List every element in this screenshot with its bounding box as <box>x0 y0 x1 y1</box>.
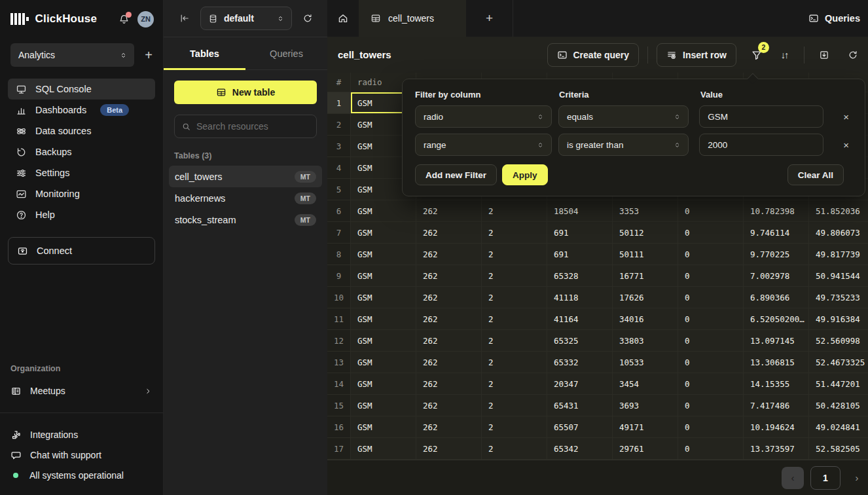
table-cell[interactable]: GSM <box>351 330 416 352</box>
table-cell[interactable]: 2 <box>482 287 547 308</box>
table-cell[interactable]: GSM <box>351 395 416 416</box>
table-cell[interactable]: 9.770225 <box>744 244 809 265</box>
filter-column-select[interactable]: range <box>415 134 552 156</box>
refresh-button[interactable] <box>842 44 864 66</box>
table-item-cell_towers[interactable]: cell_towersMT <box>169 166 322 187</box>
table-cell[interactable]: 65332 <box>547 352 613 373</box>
table-cell[interactable]: 13.097145 <box>744 330 809 352</box>
table-cell[interactable]: 2 <box>482 330 547 352</box>
table-cell[interactable]: 52.560998 <box>809 330 868 352</box>
filter-column-select[interactable]: radio <box>415 105 552 128</box>
table-cell[interactable]: 52.4673325 <box>809 352 868 373</box>
table-cell[interactable]: 50112 <box>613 222 678 244</box>
explorer-tab-tables[interactable]: Tables <box>164 37 245 69</box>
table-cell[interactable]: 49171 <box>613 416 678 438</box>
table-cell[interactable]: 0 <box>678 308 744 330</box>
sidebar-item-integrations[interactable]: Integrations <box>0 425 163 445</box>
table-cell[interactable]: 14.15355 <box>744 373 809 395</box>
table-cell[interactable]: 29761 <box>613 438 678 460</box>
table-cell[interactable]: 50.941544 <box>809 265 868 287</box>
sidebar-item-data-sources[interactable]: Data sources <box>8 120 155 141</box>
table-cell[interactable]: 50111 <box>613 244 678 265</box>
table-cell[interactable]: GSM <box>351 200 416 222</box>
table-cell[interactable]: 262 <box>416 438 482 460</box>
table-cell[interactable]: 0 <box>678 200 744 222</box>
table-cell[interactable]: 65342 <box>547 438 613 460</box>
column-header[interactable]: # <box>327 73 351 92</box>
table-cell[interactable]: 262 <box>416 200 482 222</box>
sidebar-item-monitoring[interactable]: Monitoring <box>8 183 155 204</box>
table-cell[interactable]: 262 <box>416 416 482 438</box>
apply-filter-button[interactable]: Apply <box>502 164 548 185</box>
clear-all-filters-button[interactable]: Clear All <box>787 164 844 185</box>
table-cell[interactable]: 6.890366 <box>744 287 809 308</box>
table-cell[interactable]: 2 <box>482 438 547 460</box>
remove-filter-button[interactable]: × <box>841 109 852 124</box>
table-cell[interactable]: 7.417486 <box>744 395 809 416</box>
sidebar-item-meetups[interactable]: Meetups <box>0 380 163 402</box>
collapse-panel-icon[interactable] <box>179 13 190 24</box>
table-cell[interactable]: 41118 <box>547 287 613 308</box>
table-cell[interactable]: 0 <box>678 222 744 244</box>
table-cell[interactable]: 65328 <box>547 265 613 287</box>
table-cell[interactable]: 6.52050200… <box>744 308 809 330</box>
table-cell[interactable]: 0 <box>678 265 744 287</box>
table-item-hackernews[interactable]: hackernewsMT <box>169 187 322 209</box>
tab-cell-towers[interactable]: cell_towers <box>359 0 466 37</box>
export-button[interactable] <box>813 44 835 66</box>
table-cell[interactable]: 49.916384 <box>809 308 868 330</box>
table-cell[interactable]: GSM <box>351 352 416 373</box>
table-cell[interactable]: 0 <box>678 244 744 265</box>
insert-row-button[interactable]: Insert row <box>657 43 736 67</box>
database-select[interactable]: default <box>200 7 292 30</box>
sidebar-item-sql-console[interactable]: SQL Console <box>8 79 155 100</box>
table-cell[interactable]: 13.306815 <box>744 352 809 373</box>
sidebar-item-backups[interactable]: Backups <box>8 141 155 162</box>
table-cell[interactable]: 262 <box>416 265 482 287</box>
sidebar-item-dashboards[interactable]: DashboardsBeta <box>8 100 155 120</box>
table-cell[interactable]: GSM <box>351 222 416 244</box>
table-cell[interactable]: 0 <box>678 330 744 352</box>
new-tab-button[interactable]: + <box>466 0 513 37</box>
new-table-button[interactable]: New table <box>174 81 317 104</box>
table-cell[interactable]: 262 <box>416 330 482 352</box>
table-cell[interactable]: 2 <box>482 416 547 438</box>
create-query-button[interactable]: Create query <box>547 43 640 67</box>
table-cell[interactable]: 41164 <box>547 308 613 330</box>
table-cell[interactable]: 691 <box>547 244 613 265</box>
table-cell[interactable]: 3693 <box>613 395 678 416</box>
table-cell[interactable]: 33803 <box>613 330 678 352</box>
table-cell[interactable]: 16771 <box>613 265 678 287</box>
table-cell[interactable]: 2 <box>482 352 547 373</box>
table-cell[interactable]: 7.002978 <box>744 265 809 287</box>
table-cell[interactable]: 49.817739 <box>809 244 868 265</box>
filter-button[interactable]: 2 <box>746 44 768 66</box>
table-cell[interactable]: 51.447201 <box>809 373 868 395</box>
avatar[interactable]: ZN <box>137 11 154 28</box>
workspace-select[interactable]: Analytics <box>10 43 134 67</box>
add-filter-button[interactable]: Add new Filter <box>415 164 497 185</box>
table-cell[interactable]: GSM <box>351 265 416 287</box>
table-cell[interactable]: GSM <box>351 438 416 460</box>
table-cell[interactable]: 262 <box>416 373 482 395</box>
table-cell[interactable]: GSM <box>351 244 416 265</box>
sidebar-item-settings[interactable]: Settings <box>8 162 155 183</box>
sidebar-item-chat-with-support[interactable]: Chat with support <box>0 445 163 465</box>
filter-criteria-select[interactable]: equals <box>558 105 689 128</box>
notifications-button[interactable] <box>118 14 130 25</box>
table-cell[interactable]: 49.806073 <box>809 222 868 244</box>
sidebar-item-all-systems-operational[interactable]: All systems operational <box>0 466 163 485</box>
table-cell[interactable]: 9.746114 <box>744 222 809 244</box>
table-cell[interactable]: 10533 <box>613 352 678 373</box>
table-cell[interactable]: 20347 <box>547 373 613 395</box>
table-cell[interactable]: 18504 <box>547 200 613 222</box>
add-workspace-button[interactable]: + <box>145 48 153 62</box>
table-cell[interactable]: 49.024841 <box>809 416 868 438</box>
table-cell[interactable]: 34016 <box>613 308 678 330</box>
next-page-button[interactable]: › <box>847 467 867 489</box>
table-cell[interactable]: 262 <box>416 352 482 373</box>
table-cell[interactable]: 65507 <box>547 416 613 438</box>
table-cell[interactable]: 49.735233 <box>809 287 868 308</box>
table-cell[interactable]: 2 <box>482 395 547 416</box>
sidebar-item-help[interactable]: Help <box>8 204 155 225</box>
